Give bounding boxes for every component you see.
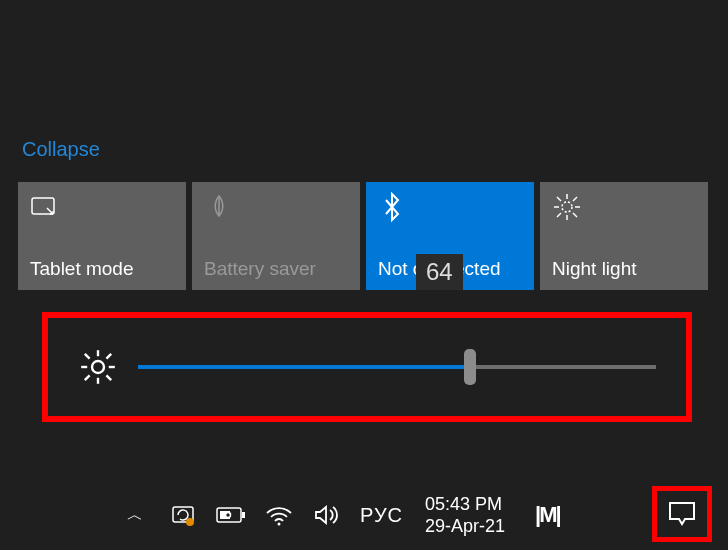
- taskbar: ︿: [0, 480, 728, 550]
- taskbar-clock[interactable]: 05:43 PM 29-Apr-21: [425, 493, 505, 537]
- svg-line-8: [573, 213, 577, 217]
- brightness-slider-highlight: [42, 312, 692, 422]
- battery-icon[interactable]: [216, 500, 246, 530]
- svg-point-11: [92, 361, 104, 373]
- svg-line-19: [106, 354, 111, 359]
- action-center-button[interactable]: [652, 486, 712, 542]
- wifi-icon[interactable]: [264, 500, 294, 530]
- tablet-mode-icon: [30, 192, 60, 222]
- svg-line-10: [573, 197, 577, 201]
- svg-line-9: [557, 213, 561, 217]
- svg-line-16: [85, 354, 90, 359]
- slider-fill: [138, 365, 470, 369]
- brightness-slider[interactable]: [138, 347, 656, 387]
- collapse-link[interactable]: Collapse: [22, 138, 100, 161]
- svg-line-27: [225, 513, 227, 514]
- windows-update-icon[interactable]: [168, 500, 198, 530]
- action-center-icon: [667, 500, 697, 528]
- bluetooth-icon: [378, 192, 408, 222]
- brightness-icon: [68, 337, 128, 397]
- quick-action-tiles: Tablet mode Battery saver Not connected: [18, 182, 708, 290]
- tile-tablet-mode[interactable]: Tablet mode: [18, 182, 186, 290]
- svg-line-18: [85, 375, 90, 380]
- tile-label: Night light: [552, 258, 637, 280]
- tray-overflow-chevron-icon[interactable]: ︿: [120, 500, 150, 530]
- night-light-icon: [552, 192, 582, 222]
- tile-label: Battery saver: [204, 258, 316, 280]
- svg-line-17: [106, 375, 111, 380]
- svg-point-29: [278, 523, 281, 526]
- brand-logo: |M|: [535, 502, 560, 528]
- tile-night-light[interactable]: Night light: [540, 182, 708, 290]
- tile-label: Tablet mode: [30, 258, 134, 280]
- volume-icon[interactable]: [312, 500, 342, 530]
- clock-time: 05:43 PM: [425, 493, 505, 515]
- slider-thumb[interactable]: [464, 349, 476, 385]
- svg-point-2: [562, 202, 572, 212]
- clock-date: 29-Apr-21: [425, 515, 505, 537]
- brightness-tooltip: 64: [416, 254, 463, 290]
- leaf-icon: [204, 192, 234, 222]
- svg-line-28: [230, 513, 232, 514]
- svg-rect-23: [242, 512, 245, 518]
- svg-line-7: [557, 197, 561, 201]
- tile-battery-saver[interactable]: Battery saver: [192, 182, 360, 290]
- svg-point-21: [186, 518, 194, 526]
- ime-language[interactable]: РУС: [360, 504, 403, 527]
